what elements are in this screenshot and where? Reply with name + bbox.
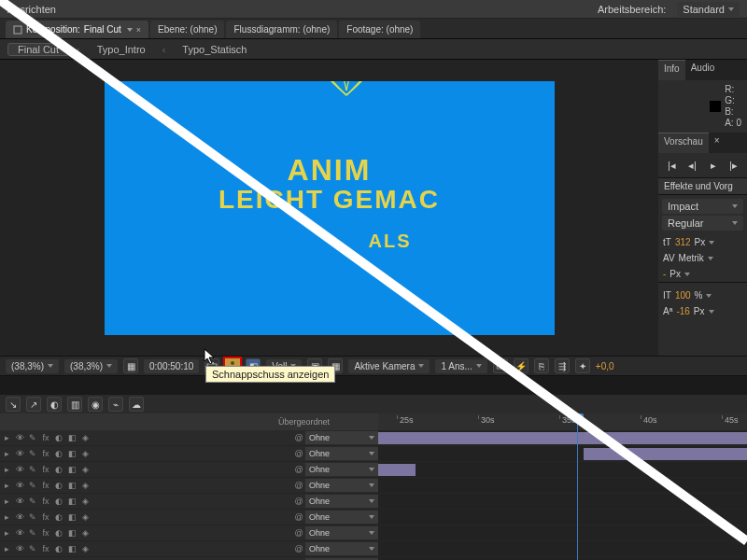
tab-layer[interactable]: Ebene: (ohne) [150,21,224,38]
adjustment-icon[interactable]: ◧ [65,544,78,553]
caret-down-icon[interactable] [127,28,133,32]
tab-audio[interactable]: Audio [685,60,721,80]
tab-info[interactable]: Info [658,60,685,80]
layer-row[interactable]: ▸👁✎fx◐◧◈@Ohne [0,541,378,557]
eye-icon[interactable]: 👁 [13,512,26,522]
track-row[interactable] [378,430,747,446]
adjustment-icon[interactable]: ◧ [65,433,78,442]
layer-row[interactable]: ▸👁✎fx◐◧◈@Ohne [0,525,378,541]
adjustment-icon[interactable]: ◧ [65,528,78,538]
brainstorm-icon[interactable]: ☁ [129,397,144,412]
pen-icon[interactable]: ✎ [26,465,39,474]
motion-blur-icon[interactable]: ◐ [52,481,65,490]
composition-viewer[interactable]: ANIM LEICHT GEMAC ALS [0,60,658,356]
pickwhip-icon[interactable]: @ [292,481,305,490]
fx-icon[interactable]: fx [39,481,52,490]
eye-icon[interactable]: 👁 [13,433,26,442]
layer-row[interactable]: ▸👁✎fx◐◧◈@Ohne [0,510,378,525]
motion-blur-icon[interactable]: ◐ [52,512,65,522]
track-row[interactable] [378,510,747,525]
next-frame-icon[interactable]: |▸ [726,159,741,172]
parent-select[interactable]: Ohne [305,463,378,476]
adjustment-icon[interactable]: ◧ [65,497,78,506]
workspace-select[interactable]: Standard [677,2,740,17]
vscale-value[interactable]: 100 [675,290,691,301]
fx-icon[interactable]: fx [39,497,52,506]
caret-right-icon[interactable]: ▸ [0,481,13,490]
eye-icon[interactable]: 👁 [13,449,26,458]
parent-select[interactable]: Ohne [305,526,378,539]
mini-tab-typo-statisch[interactable]: Typo_Statisch [173,44,256,55]
eye-icon[interactable]: 👁 [13,481,26,490]
pen-icon[interactable]: ✎ [26,481,39,490]
pen-icon[interactable]: ✎ [26,449,39,458]
timecode-display[interactable]: 0:00:50:10 [144,359,199,373]
mini-tab-typo-intro[interactable]: Typo_Intro [88,44,155,55]
fx-icon[interactable]: fx [39,512,52,522]
fx-icon[interactable]: fx [39,528,52,538]
time-ruler[interactable]: 25s30s35s40s45s [378,413,747,430]
pen-icon[interactable]: ✎ [26,433,39,442]
caret-right-icon[interactable]: ▸ [0,544,13,553]
graph-icon[interactable]: ⌁ [108,397,123,412]
track-row[interactable] [378,446,747,462]
layer-row[interactable]: ▸👁✎fx◐◧◈@Ohne [0,462,378,478]
caret-right-icon[interactable]: ▸ [0,465,13,474]
prev-frame-icon[interactable]: ◂| [685,159,700,172]
layer-row[interactable]: ▸👁✎fx◐◧◈@Ohne [0,478,378,494]
shy-icon[interactable]: ↗ [26,397,41,412]
adjustment-icon[interactable]: ◧ [65,465,78,474]
pickwhip-icon[interactable]: @ [292,449,305,458]
shy-icon[interactable]: ↘ [6,397,21,412]
timeline-tracks[interactable]: 25s30s35s40s45s [378,413,747,560]
parent-select[interactable]: Ohne [305,447,378,460]
3d-layer-icon[interactable]: ◈ [78,512,92,522]
caret-right-icon[interactable]: ▸ [0,497,13,506]
motion-blur-icon[interactable]: ◐ [52,544,65,553]
pen-icon[interactable]: ✎ [26,512,39,522]
parent-select[interactable]: Ohne [305,495,378,508]
layer-row[interactable]: ▸👁✎fx◐◧◈@Ohne [0,494,378,510]
effects-panel-label[interactable]: Effekte und Vorg [658,177,747,195]
camera-select[interactable]: Aktive Kamera [348,359,430,373]
clip[interactable] [584,448,747,460]
motion-blur-icon[interactable]: ◐ [52,449,65,458]
track-row[interactable] [378,525,747,541]
track-row[interactable] [378,478,747,494]
fx-icon[interactable]: fx [39,433,52,442]
track-row[interactable] [378,541,747,557]
timeline-icon[interactable]: ⎘ [534,358,549,373]
fx-icon[interactable]: fx [39,465,52,474]
exposure-value[interactable]: +0,0 [596,361,614,371]
tab-preview[interactable]: Vorschau [658,133,709,153]
adjustment-icon[interactable]: ◧ [65,512,78,522]
track-row[interactable] [378,494,747,510]
3d-layer-icon[interactable]: ◈ [78,497,92,506]
tab-footage[interactable]: Footage: (ohne) [339,21,420,38]
track-row[interactable] [378,462,747,478]
pen-icon[interactable]: ✎ [26,528,39,538]
pickwhip-icon[interactable]: @ [292,512,305,522]
pickwhip-icon[interactable]: @ [292,497,305,506]
3d-layer-icon[interactable]: ◈ [78,481,92,490]
tab-composition[interactable]: Komposition: Final Cut × [6,21,148,38]
play-icon[interactable]: ▸ [706,159,721,172]
pickwhip-icon[interactable]: @ [292,433,305,442]
3d-layer-icon[interactable]: ◈ [78,449,92,458]
eye-icon[interactable]: 👁 [13,544,26,553]
font-style-select[interactable]: Regular [662,216,743,231]
caret-right-icon[interactable]: ▸ [0,449,13,458]
close-icon[interactable]: × [136,25,141,35]
frame-blend-icon[interactable]: ▥ [67,397,82,412]
adjustment-icon[interactable]: ◧ [65,481,78,490]
parent-select[interactable]: Ohne [305,479,378,492]
parent-select[interactable]: Ohne [305,431,378,444]
motion-blur-icon[interactable]: ◐ [52,433,65,442]
caret-right-icon[interactable]: ▸ [0,528,13,538]
3d-layer-icon[interactable]: ◈ [78,544,92,553]
parent-select[interactable]: Ohne [305,511,378,524]
3d-layer-icon[interactable]: ◈ [78,433,92,442]
3d-icon[interactable]: ◉ [88,397,103,412]
font-family-select[interactable]: Impact [662,199,743,214]
baseline-value[interactable]: -16 [676,306,689,316]
